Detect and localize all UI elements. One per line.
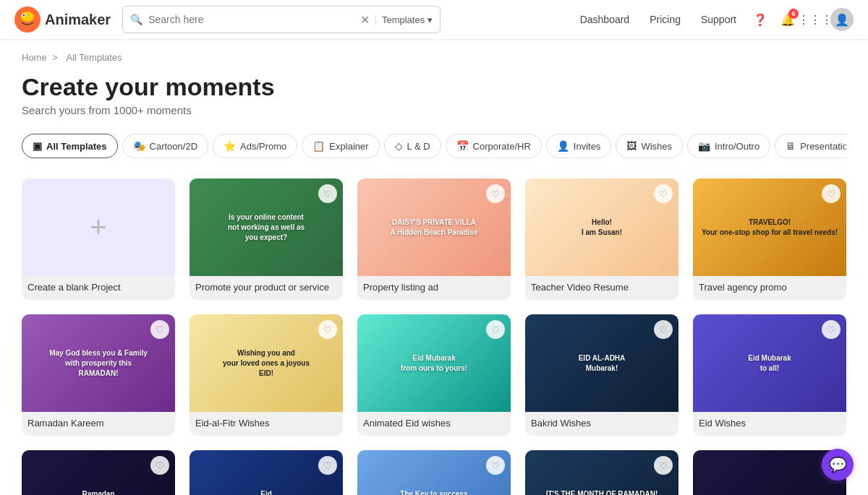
preview-button-14[interactable]: Preview bbox=[720, 489, 775, 495]
preview-button-13[interactable]: Preview bbox=[552, 489, 608, 495]
template-card-7[interactable]: Eid Mubarakfrom ours to yours! Preview U… bbox=[357, 314, 511, 436]
preview-button-4[interactable]: Preview bbox=[720, 218, 775, 237]
search-input[interactable] bbox=[148, 14, 354, 25]
heart-button-5[interactable]: ♡ bbox=[150, 320, 169, 339]
search-icon: 🔍 bbox=[130, 14, 142, 25]
preview-button-10[interactable]: Preview bbox=[48, 489, 104, 495]
filter-tab-cartoon[interactable]: 🎭Cartoon/2D bbox=[122, 134, 208, 158]
search-clear-icon[interactable]: ✕ bbox=[360, 13, 370, 27]
heart-button-7[interactable]: ♡ bbox=[486, 320, 505, 339]
search-dropdown[interactable]: Templates ▾ bbox=[375, 14, 433, 25]
use-button-12[interactable]: Use bbox=[446, 489, 484, 495]
apps-button[interactable]: ⋮⋮⋮ bbox=[803, 7, 827, 32]
heart-button-3[interactable]: ♡ bbox=[654, 184, 673, 203]
use-button-5[interactable]: Use bbox=[111, 353, 148, 373]
template-card-8[interactable]: EID AL-ADHAMubarak! Preview Use ♡ Bakrid… bbox=[525, 314, 678, 436]
use-button-13[interactable]: Use bbox=[614, 489, 652, 495]
filter-label-intro: Intro/Outro bbox=[715, 141, 760, 152]
heart-button-4[interactable]: ♡ bbox=[822, 184, 841, 203]
template-card-10[interactable]: RamadanKareem Preview Use ♡ Ramadan Kare… bbox=[22, 450, 175, 495]
blank-thumb: + bbox=[22, 178, 175, 276]
preview-button-6[interactable]: Preview bbox=[216, 353, 272, 373]
preview-button-8[interactable]: Preview bbox=[552, 353, 608, 373]
header: Animaker 🔍 ✕ Templates ▾ Dashboard Prici… bbox=[0, 0, 868, 39]
nav-dashboard[interactable]: Dashboard bbox=[571, 9, 639, 30]
template-card-6[interactable]: Wishing you andyour loved ones a joyousE… bbox=[190, 314, 343, 436]
chat-bubble[interactable]: 💬 bbox=[822, 449, 854, 481]
heart-button-13[interactable]: ♡ bbox=[654, 456, 673, 475]
nav-pricing[interactable]: Pricing bbox=[641, 9, 689, 30]
template-card-12[interactable]: The Key to successis reflected in the Qu… bbox=[357, 450, 511, 495]
preview-button-2[interactable]: Preview bbox=[384, 218, 440, 237]
template-card-13[interactable]: IT'S THE MONTH OF RAMADAN!EID MUBARAK! P… bbox=[525, 450, 678, 495]
logo-text: Animaker bbox=[45, 12, 111, 28]
filter-tab-all[interactable]: ▣All Templates bbox=[22, 134, 118, 158]
filter-tab-ld[interactable]: ◇L & D bbox=[384, 134, 441, 158]
use-button-6[interactable]: Use bbox=[278, 353, 316, 373]
heart-button-1[interactable]: ♡ bbox=[318, 184, 337, 203]
use-button-2[interactable]: Use bbox=[446, 218, 484, 237]
preview-button-11[interactable]: Preview bbox=[216, 489, 272, 495]
template-card-5[interactable]: May God bless you & Familywith prosperit… bbox=[22, 314, 175, 436]
filter-tab-ads[interactable]: ⭐Ads/Promo bbox=[213, 134, 297, 158]
card-thumb-12: The Key to successis reflected in the Qu… bbox=[357, 450, 511, 495]
template-card-11[interactable]: EidMubarak Preview Use ♡ Eid Mubarak bbox=[190, 450, 343, 495]
notification-button[interactable]: 🔔 6 bbox=[775, 7, 800, 32]
filter-tab-intro[interactable]: 📷Intro/Outro bbox=[687, 134, 770, 158]
filter-label-ads: Ads/Promo bbox=[240, 141, 286, 152]
card-thumb-9: Eid Mubarakto all! Preview Use ♡ bbox=[693, 314, 846, 412]
filter-icon-cartoon: 🎭 bbox=[133, 140, 145, 152]
heart-button-2[interactable]: ♡ bbox=[486, 184, 505, 203]
breadcrumb-separator: > bbox=[52, 52, 58, 63]
help-button[interactable]: ❓ bbox=[748, 7, 773, 32]
filter-tab-invites[interactable]: 👤Invites bbox=[546, 134, 612, 158]
filter-tab-corporate[interactable]: 📅Corporate/HR bbox=[446, 134, 542, 158]
heart-button-12[interactable]: ♡ bbox=[486, 456, 505, 475]
use-button-4[interactable]: Use bbox=[782, 218, 820, 237]
logo[interactable]: Animaker bbox=[14, 7, 111, 33]
template-blank[interactable]: + Create a blank Project bbox=[22, 178, 175, 300]
heart-button-6[interactable]: ♡ bbox=[318, 320, 337, 339]
nav-support[interactable]: Support bbox=[692, 9, 745, 30]
card-thumb-7: Eid Mubarakfrom ours to yours! Preview U… bbox=[357, 314, 511, 412]
card-thumb-5: May God bless you & Familywith prosperit… bbox=[22, 314, 175, 412]
preview-button-9[interactable]: Preview bbox=[720, 353, 775, 373]
svg-point-3 bbox=[23, 14, 25, 16]
preview-button-1[interactable]: Preview bbox=[216, 218, 272, 237]
use-button-11[interactable]: Use bbox=[278, 489, 316, 495]
template-card-2[interactable]: DAISY'S PRIVATE VILLAA Hidden Beach Para… bbox=[357, 178, 511, 300]
heart-button-8[interactable]: ♡ bbox=[654, 320, 673, 339]
filter-icon-explainer: 📋 bbox=[312, 140, 325, 152]
filter-tab-presentation[interactable]: 🖥Presentation bbox=[775, 134, 846, 158]
avatar[interactable]: 👤 bbox=[830, 8, 854, 31]
use-button-10[interactable]: Use bbox=[111, 489, 148, 495]
card-title-8: Bakrid Wishes bbox=[525, 412, 678, 436]
use-button-9[interactable]: Use bbox=[782, 353, 820, 373]
filter-tab-explainer[interactable]: 📋Explainer bbox=[302, 134, 379, 158]
heart-button-10[interactable]: ♡ bbox=[150, 456, 169, 475]
use-button-8[interactable]: Use bbox=[614, 353, 652, 373]
heart-button-9[interactable]: ♡ bbox=[822, 320, 841, 339]
filter-icon-corporate: 📅 bbox=[456, 140, 469, 152]
card-thumb-10: RamadanKareem Preview Use ♡ bbox=[22, 450, 175, 495]
card-thumb-11: EidMubarak Preview Use ♡ bbox=[190, 450, 343, 495]
preview-button-7[interactable]: Preview bbox=[384, 353, 440, 373]
template-card-3[interactable]: Hello!I am Susan! Preview Use ♡ Teacher … bbox=[525, 178, 678, 300]
breadcrumb-current: All Templates bbox=[67, 52, 122, 63]
template-card-9[interactable]: Eid Mubarakto all! Preview Use ♡ Eid Wis… bbox=[693, 314, 846, 436]
search-bar[interactable]: 🔍 ✕ Templates ▾ bbox=[122, 6, 441, 33]
template-card-4[interactable]: TRAVELGO!Your one-stop shop for all trav… bbox=[693, 178, 846, 300]
filter-icon-ld: ◇ bbox=[395, 140, 403, 152]
preview-button-5[interactable]: Preview bbox=[48, 353, 104, 373]
filter-tab-wishes[interactable]: 🖼Wishes bbox=[616, 134, 683, 158]
filter-icon-intro: 📷 bbox=[698, 140, 710, 152]
heart-button-11[interactable]: ♡ bbox=[318, 456, 337, 475]
breadcrumb-home[interactable]: Home bbox=[22, 52, 47, 63]
use-button-14[interactable]: Use bbox=[782, 489, 820, 495]
use-button-3[interactable]: Use bbox=[614, 218, 652, 237]
use-button-7[interactable]: Use bbox=[446, 353, 484, 373]
template-card-1[interactable]: Is your online contentnot working as wel… bbox=[190, 178, 343, 300]
preview-button-12[interactable]: Preview bbox=[384, 489, 440, 495]
preview-button-3[interactable]: Preview bbox=[552, 218, 608, 237]
use-button-1[interactable]: Use bbox=[278, 218, 316, 237]
